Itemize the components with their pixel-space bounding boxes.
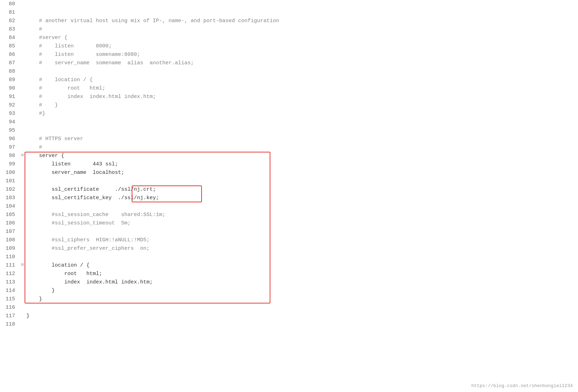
line-number: 92 — [0, 101, 19, 109]
code-line: 98⊟ server { — [0, 152, 578, 160]
code-line: 91 # index index.html index.htm; — [0, 93, 578, 101]
fold-icon — [19, 42, 26, 43]
fold-icon — [19, 270, 26, 270]
fold-icon — [19, 278, 26, 279]
code-content: } — [26, 295, 578, 303]
line-number: 89 — [0, 76, 19, 84]
fold-icon — [19, 312, 26, 312]
line-number: 111 — [0, 261, 19, 269]
line-number: 86 — [0, 51, 19, 59]
code-line: 111⊟ location / { — [0, 261, 578, 270]
line-number: 85 — [0, 42, 19, 50]
fold-icon — [19, 295, 26, 295]
code-content: location / { — [26, 261, 578, 269]
code-line: 109 #ssl_prefer_server_ciphers on; — [0, 244, 578, 253]
code-content: ssl_certificate ./ssl/nj.crt; — [26, 185, 578, 194]
fold-icon — [19, 126, 26, 127]
line-number: 107 — [0, 228, 19, 236]
fold-icon — [19, 244, 26, 245]
line-number: 116 — [0, 303, 19, 312]
line-number: 94 — [0, 118, 19, 126]
code-content: #ssl_session_timeout 5m; — [26, 219, 578, 227]
code-content: root html; — [26, 270, 578, 278]
code-line: 92 # } — [0, 101, 578, 110]
code-line: 117} — [0, 312, 578, 320]
fold-icon — [19, 59, 26, 59]
code-container: 808182 # another virtual host using mix … — [0, 0, 578, 329]
code-content: server_name localhost; — [26, 169, 578, 177]
fold-icon — [19, 236, 26, 236]
fold-icon — [19, 303, 26, 304]
code-line: 99 listen 443 ssl; — [0, 160, 578, 169]
line-number: 118 — [0, 320, 19, 328]
code-content: # location / { — [26, 76, 578, 84]
code-content: # — [26, 25, 578, 33]
code-content: # HTTPS server — [26, 135, 578, 143]
fold-icon — [19, 101, 26, 102]
code-line: 90 # root html; — [0, 84, 578, 93]
code-content: # listen somename:8080; — [26, 51, 578, 59]
line-number: 113 — [0, 278, 19, 286]
line-number: 90 — [0, 84, 19, 92]
code-content: #ssl_ciphers HIGH:!aNULL:!MD5; — [26, 236, 578, 244]
code-line: 94 — [0, 118, 578, 126]
code-line: 113 index index.html index.htm; — [0, 278, 578, 287]
code-line: 106 #ssl_session_timeout 5m; — [0, 219, 578, 228]
fold-icon — [19, 17, 26, 17]
fold-icon — [19, 320, 26, 321]
fold-icon — [19, 228, 26, 228]
code-line: 95 — [0, 126, 578, 135]
fold-icon — [19, 185, 26, 186]
code-line: 93 #} — [0, 110, 578, 118]
line-number: 81 — [0, 8, 19, 17]
line-number: 115 — [0, 295, 19, 303]
code-line: 118 — [0, 320, 578, 329]
code-content: ssl_certificate_key ./ssl/nj.key; — [26, 194, 578, 202]
code-content: #server { — [26, 34, 578, 42]
line-number: 98 — [0, 152, 19, 160]
code-line: 86 # listen somename:8080; — [0, 51, 578, 59]
line-number: 103 — [0, 194, 19, 202]
line-number: 83 — [0, 25, 19, 33]
code-line: 82 # another virtual host using mix of I… — [0, 17, 578, 25]
code-line: 110 — [0, 253, 578, 261]
fold-icon — [19, 169, 26, 169]
fold-icon — [19, 93, 26, 93]
code-line: 108 #ssl_ciphers HIGH:!aNULL:!MD5; — [0, 236, 578, 244]
code-line: 85 # listen 8000; — [0, 42, 578, 51]
fold-icon — [19, 8, 26, 9]
line-number: 108 — [0, 236, 19, 244]
line-number: 95 — [0, 126, 19, 135]
code-line: 84 #server { — [0, 34, 578, 42]
code-line: 107 — [0, 228, 578, 236]
fold-icon[interactable]: ⊟ — [19, 261, 26, 268]
line-number: 109 — [0, 244, 19, 253]
code-line: 87 # server_name somename alias another.… — [0, 59, 578, 67]
fold-icon — [19, 84, 26, 85]
fold-icon — [19, 51, 26, 51]
fold-icon[interactable]: ⊟ — [19, 152, 26, 159]
line-number: 80 — [0, 0, 19, 8]
code-line: 88 — [0, 67, 578, 76]
code-content: # root html; — [26, 84, 578, 92]
code-content: listen 443 ssl; — [26, 160, 578, 168]
line-number: 101 — [0, 177, 19, 185]
code-content: } — [26, 312, 578, 320]
code-line: 103 ssl_certificate_key ./ssl/nj.key; — [0, 194, 578, 202]
code-line: 102 ssl_certificate ./ssl/nj.crt; — [0, 185, 578, 194]
fold-icon — [19, 118, 26, 118]
line-number: 112 — [0, 270, 19, 278]
code-line: 105 #ssl_session_cache shared:SSL:1m; — [0, 211, 578, 219]
code-content: # server_name somename alias another.ali… — [26, 59, 578, 67]
fold-icon — [19, 219, 26, 220]
fold-icon — [19, 143, 26, 144]
line-number: 96 — [0, 135, 19, 143]
line-number: 114 — [0, 287, 19, 295]
fold-icon — [19, 0, 26, 0]
footer-url: https://blog.csdn.net/shenhonglei1234 — [471, 383, 573, 388]
fold-icon — [19, 34, 26, 34]
fold-icon — [19, 202, 26, 203]
line-number: 88 — [0, 67, 19, 76]
code-content: # index index.html index.htm; — [26, 93, 578, 101]
code-content: } — [26, 287, 578, 295]
